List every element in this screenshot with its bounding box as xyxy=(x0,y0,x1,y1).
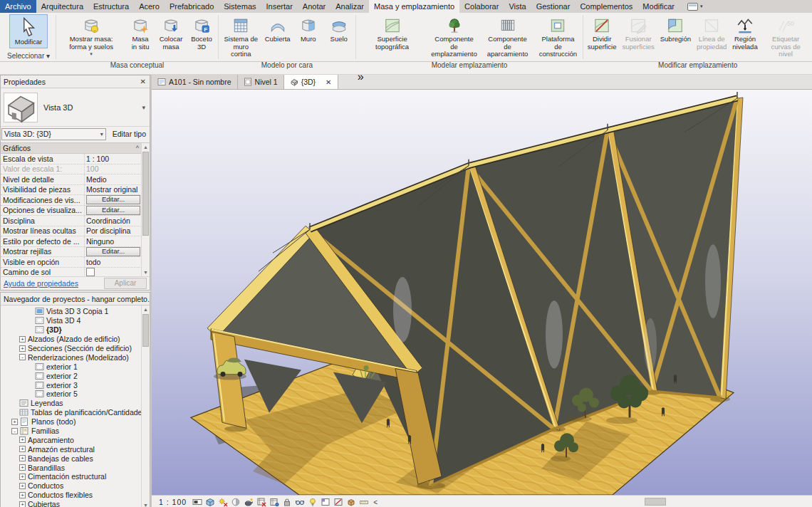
menu-tab-arquitectura[interactable]: Arquitectura xyxy=(36,0,88,13)
ribbon-button-boceto-3d[interactable]: FBoceto 3D xyxy=(187,14,217,52)
menu-tab-archivo[interactable]: Archivo xyxy=(0,0,36,13)
menu-tab-complementos[interactable]: Complementos xyxy=(575,0,637,13)
tree-item-bandejas-de-cables[interactable]: +Bandejas de cables xyxy=(1,454,142,463)
tree-item-3d[interactable]: {3D} xyxy=(1,325,142,335)
tree-item-exterior-1[interactable]: exterior 1 xyxy=(1,362,142,371)
horizontal-scrollbar-thumb[interactable] xyxy=(645,498,666,506)
scroll-down-icon[interactable]: ▼ xyxy=(142,501,150,507)
properties-scrollbar[interactable]: ▲▼ xyxy=(141,143,150,276)
shadows-icon[interactable] xyxy=(231,497,241,507)
analytical-model-icon[interactable] xyxy=(333,497,343,507)
tree-item-secciones-secci-n-de-edificio[interactable]: +Secciones (Sección de edificio) xyxy=(1,344,142,353)
property-value[interactable]: Editar... xyxy=(85,206,142,216)
menu-tab-analizar[interactable]: Analizar xyxy=(330,0,369,13)
tree-item-conductos-flexibles[interactable]: +Conductos flexibles xyxy=(1,491,142,500)
expand-icon[interactable]: + xyxy=(19,474,26,480)
ribbon-button-superficie-topogr-fica[interactable]: Superficie topográfica xyxy=(358,14,427,52)
checkbox[interactable] xyxy=(86,268,95,276)
expand-icon[interactable]: + xyxy=(19,446,26,452)
collapse-icon[interactable]: - xyxy=(11,428,18,434)
visual-style-icon[interactable] xyxy=(205,497,215,507)
menu-tab-acero[interactable]: Acero xyxy=(134,0,165,13)
ribbon-button-dividir-superficie[interactable]: Dividir superficie xyxy=(585,14,619,52)
scroll-up-icon[interactable]: ▲ xyxy=(142,143,150,151)
menu-tab-insertar[interactable]: Insertar xyxy=(261,0,298,13)
property-value[interactable] xyxy=(85,268,142,277)
expand-icon[interactable]: + xyxy=(19,455,26,461)
ribbon-button-plataforma-de-construcci-n[interactable]: Plataforma de construcción xyxy=(535,14,582,60)
menu-tab-gestionar[interactable]: Gestionar xyxy=(531,0,576,13)
ribbon-button-regi-n-nivelada[interactable]: Región nivelada xyxy=(730,14,761,52)
edit-button[interactable]: Editar... xyxy=(86,206,140,215)
property-value[interactable]: Medio xyxy=(85,174,142,184)
property-value[interactable]: 1 : 100 xyxy=(85,154,142,164)
menu-tab-colaborar[interactable]: Colaborar xyxy=(459,0,504,13)
view-tab-3d[interactable]: {3D}✕ xyxy=(284,75,338,89)
close-icon[interactable]: ✕ xyxy=(326,78,331,86)
tree-item-planos-todo[interactable]: +Planos (todo) xyxy=(1,417,142,427)
ribbon-button-masa-in-situ[interactable]: Masa in situ xyxy=(125,14,155,52)
browser-scrollbar[interactable]: ▲▼ xyxy=(141,305,150,507)
ribbon-button-componente-de-emplazamiento[interactable]: Componente de emplazamiento xyxy=(428,14,481,60)
drawing-area[interactable] xyxy=(152,90,812,495)
tree-item-renderizaciones-modelizado[interactable]: -Renderizaciones (Modelizado) xyxy=(1,352,142,362)
crop-region-icon[interactable] xyxy=(269,497,279,507)
tree-item-alzados-alzado-de-edificio[interactable]: +Alzados (Alzado de edificio) xyxy=(1,335,142,344)
ribbon-button-modificar[interactable]: Modificar xyxy=(9,14,48,48)
temporary-view-icon[interactable] xyxy=(321,497,330,507)
edit-button[interactable]: Editar... xyxy=(86,247,140,256)
expand-icon[interactable]: + xyxy=(19,464,26,471)
scrollbar-thumb[interactable] xyxy=(142,152,149,236)
menu-tab-masa-y-emplazamiento[interactable]: Masa y emplazamiento xyxy=(369,0,459,13)
menu-tab-modificar[interactable]: Modificar xyxy=(637,0,680,13)
tree-item-armaz-n-estructural[interactable]: +Armazón estructural xyxy=(1,444,142,454)
property-value[interactable]: Coordinación xyxy=(85,216,142,226)
property-value[interactable]: Ninguno xyxy=(85,236,142,246)
ribbon-button-cubierta[interactable]: Cubierta xyxy=(262,14,292,45)
sun-path-icon[interactable] xyxy=(218,497,228,507)
tree-item-leyendas[interactable]: Leyendas xyxy=(1,399,142,408)
detail-level-icon[interactable] xyxy=(192,497,202,507)
edit-type-button[interactable]: Editar tipo xyxy=(108,127,149,140)
property-value[interactable]: Mostrar original xyxy=(85,185,142,195)
collapse-icon[interactable]: - xyxy=(19,354,26,360)
tree-item-tablas-de-planificaci-n-cantidades-todo[interactable]: Tablas de planificación/Cantidades (todo… xyxy=(1,408,142,417)
tree-item-exterior-5[interactable]: exterior 5 xyxy=(1,390,142,399)
property-value[interactable]: todo xyxy=(85,257,142,267)
tree-item-exterior-2[interactable]: exterior 2 xyxy=(1,371,142,380)
expand-icon[interactable]: + xyxy=(19,336,26,343)
expand-icon[interactable]: + xyxy=(19,492,26,498)
reveal-hidden-icon[interactable] xyxy=(308,497,318,507)
ribbon-button-muro[interactable]: Muro xyxy=(293,14,323,45)
constraints-icon[interactable] xyxy=(359,497,369,507)
menu-tab-estructura[interactable]: Estructura xyxy=(88,0,134,13)
expand-icon[interactable]: + xyxy=(19,501,26,507)
edit-button[interactable]: Editar... xyxy=(86,195,140,204)
expand-icon[interactable]: + xyxy=(19,345,26,352)
scroll-down-icon[interactable]: ▼ xyxy=(142,268,150,276)
property-value[interactable]: Editar... xyxy=(85,195,142,205)
expand-icon[interactable]: + xyxy=(11,419,18,425)
view-tab-a101-sin-nombre[interactable]: A101 - Sin nombre xyxy=(152,75,238,89)
menu-tab-prefabricado[interactable]: Prefabricado xyxy=(165,0,219,13)
dialog-launcher-icon[interactable]: » xyxy=(358,70,582,83)
chevron-down-icon[interactable]: ▾ xyxy=(142,104,147,111)
tree-item-vista-3d-3-copia-1[interactable]: Vista 3D 3 Copia 1 xyxy=(1,307,142,316)
ribbon-display-toggle[interactable]: ▾ xyxy=(684,0,707,13)
ribbon-button-sistema-de-muro-cortina[interactable]: Sistema de muro cortina xyxy=(220,14,261,60)
view-selector-combo[interactable]: Vista 3D: {3D} ▾ xyxy=(1,128,106,140)
ribbon-button-subregi-n[interactable]: Subregión xyxy=(657,14,693,45)
scroll-up-icon[interactable]: ▲ xyxy=(142,305,150,313)
tree-item-barandillas[interactable]: +Barandillas xyxy=(1,463,142,472)
tree-item-conductos[interactable]: +Conductos xyxy=(1,481,142,491)
crop-view-icon[interactable] xyxy=(256,497,266,507)
collapse-icon[interactable]: ^ xyxy=(136,145,139,152)
menu-tab-vista[interactable]: Vista xyxy=(504,0,531,13)
view-tab-nivel-1[interactable]: Nivel 1 xyxy=(238,75,284,89)
tree-item-cimentaci-n-estructural[interactable]: +Cimentación estructural xyxy=(1,472,142,481)
property-value[interactable]: Por disciplina xyxy=(85,226,142,236)
rendering-dialog-icon[interactable] xyxy=(244,497,254,507)
view-scale-button[interactable]: 1 : 100 xyxy=(159,498,187,506)
ribbon-button-componente-de-aparcamiento[interactable]: Componente de aparcamiento xyxy=(482,14,534,60)
close-icon[interactable]: ✕ xyxy=(139,78,147,85)
